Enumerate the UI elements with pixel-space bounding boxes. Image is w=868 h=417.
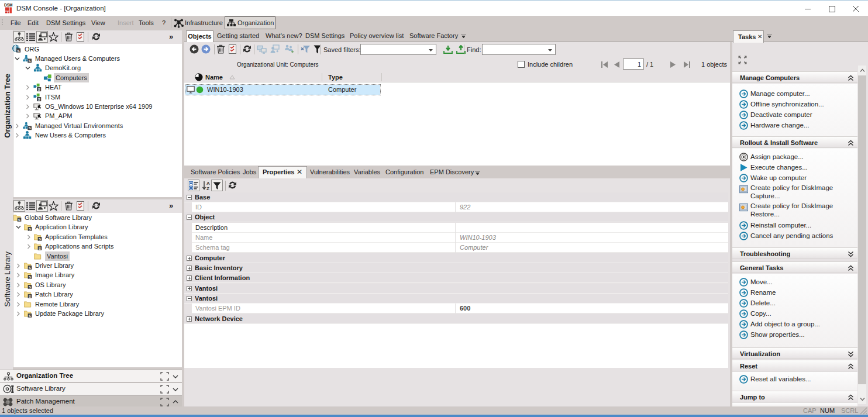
svg-text:A: A	[206, 181, 210, 186]
svg-text:DSM: DSM	[4, 3, 12, 7]
svg-text:S: S	[38, 87, 40, 91]
svg-text:S: S	[29, 266, 31, 270]
svg-text:S: S	[29, 126, 31, 130]
svg-text:S: S	[29, 228, 31, 231]
svg-text:S: S	[39, 237, 41, 241]
svg-text:S: S	[29, 314, 31, 318]
svg-text:S: S	[39, 247, 41, 250]
svg-text:S: S	[29, 295, 31, 298]
svg-text:S: S	[18, 49, 20, 53]
svg-text:S: S	[29, 285, 31, 289]
svg-text:S: S	[38, 97, 40, 101]
svg-text:Z: Z	[206, 186, 209, 191]
svg-text:S: S	[29, 275, 31, 279]
svg-text:S: S	[18, 218, 20, 222]
svg-text:S: S	[29, 59, 31, 63]
